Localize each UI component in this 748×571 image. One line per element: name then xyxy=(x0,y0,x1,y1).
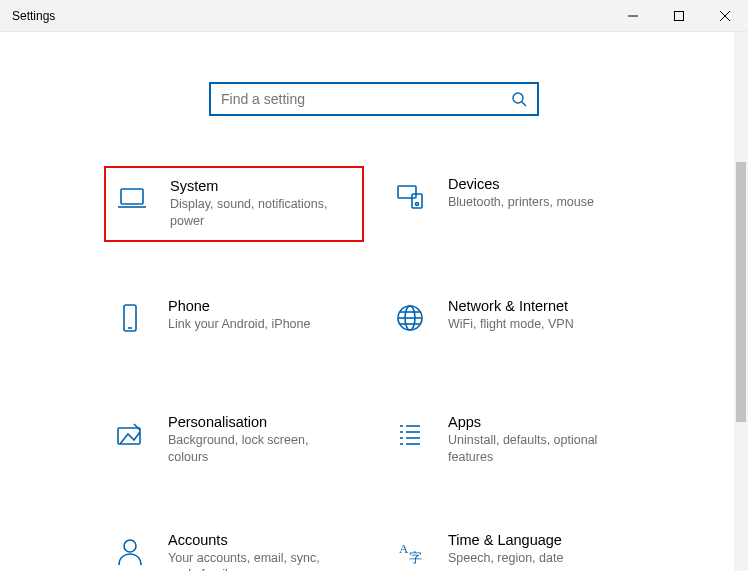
tile-phone[interactable]: Phone Link your Android, iPhone xyxy=(104,288,364,358)
person-icon xyxy=(110,532,150,572)
tile-title: System xyxy=(170,178,350,194)
svg-point-10 xyxy=(416,203,419,206)
tile-system[interactable]: System Display, sound, notifications, po… xyxy=(104,166,364,242)
tile-desc: Background, lock screen, colours xyxy=(168,432,352,466)
content: System Display, sound, notifications, po… xyxy=(0,32,748,571)
svg-line-19 xyxy=(134,424,140,430)
close-button[interactable] xyxy=(702,0,748,32)
minimize-icon xyxy=(628,11,638,21)
tile-network[interactable]: Network & Internet WiFi, flight mode, VP… xyxy=(384,288,644,358)
tile-title: Phone xyxy=(168,298,352,314)
window-title: Settings xyxy=(0,9,55,23)
window-controls xyxy=(610,0,748,31)
phone-icon xyxy=(110,298,150,338)
tile-title: Network & Internet xyxy=(448,298,632,314)
tile-desc: Bluetooth, printers, mouse xyxy=(448,194,632,211)
svg-point-28 xyxy=(124,540,136,552)
tile-desc: Link your Android, iPhone xyxy=(168,316,352,333)
tile-desc: Speech, region, date xyxy=(448,550,632,567)
titlebar: Settings xyxy=(0,0,748,32)
search-wrap xyxy=(0,32,748,136)
tiles-grid: System Display, sound, notifications, po… xyxy=(0,136,748,571)
globe-icon xyxy=(390,298,430,338)
search-input[interactable] xyxy=(221,91,511,107)
maximize-button[interactable] xyxy=(656,0,702,32)
svg-text:字: 字 xyxy=(409,550,422,565)
svg-point-4 xyxy=(513,93,523,103)
tile-desc: Display, sound, notifications, power xyxy=(170,196,350,230)
svg-rect-8 xyxy=(398,186,416,198)
tile-time-language[interactable]: A字 Time & Language Speech, region, date xyxy=(384,522,644,572)
tile-title: Personalisation xyxy=(168,414,352,430)
laptop-icon xyxy=(112,178,152,218)
minimize-button[interactable] xyxy=(610,0,656,32)
tile-accounts[interactable]: Accounts Your accounts, email, sync, wor… xyxy=(104,522,364,572)
paint-icon xyxy=(110,414,150,454)
tile-title: Devices xyxy=(448,176,632,192)
tile-desc: Uninstall, defaults, optional features xyxy=(448,432,632,466)
svg-line-5 xyxy=(522,102,526,106)
tile-title: Time & Language xyxy=(448,532,632,548)
maximize-icon xyxy=(674,11,684,21)
apps-list-icon xyxy=(390,414,430,454)
tile-personalisation[interactable]: Personalisation Background, lock screen,… xyxy=(104,404,364,476)
tile-title: Apps xyxy=(448,414,632,430)
search-icon xyxy=(511,91,527,107)
language-icon: A字 xyxy=(390,532,430,572)
scrollbar-thumb[interactable] xyxy=(736,162,746,422)
scrollbar-track[interactable] xyxy=(734,32,748,571)
svg-rect-11 xyxy=(124,305,136,331)
svg-rect-6 xyxy=(121,189,143,204)
tile-desc: Your accounts, email, sync, work, family xyxy=(168,550,352,572)
devices-icon xyxy=(390,176,430,216)
close-icon xyxy=(720,11,730,21)
tile-apps[interactable]: Apps Uninstall, defaults, optional featu… xyxy=(384,404,644,476)
tile-title: Accounts xyxy=(168,532,352,548)
search-box[interactable] xyxy=(209,82,539,116)
tile-devices[interactable]: Devices Bluetooth, printers, mouse xyxy=(384,166,644,242)
svg-rect-1 xyxy=(675,12,684,21)
svg-text:A: A xyxy=(399,541,409,556)
tile-desc: WiFi, flight mode, VPN xyxy=(448,316,632,333)
